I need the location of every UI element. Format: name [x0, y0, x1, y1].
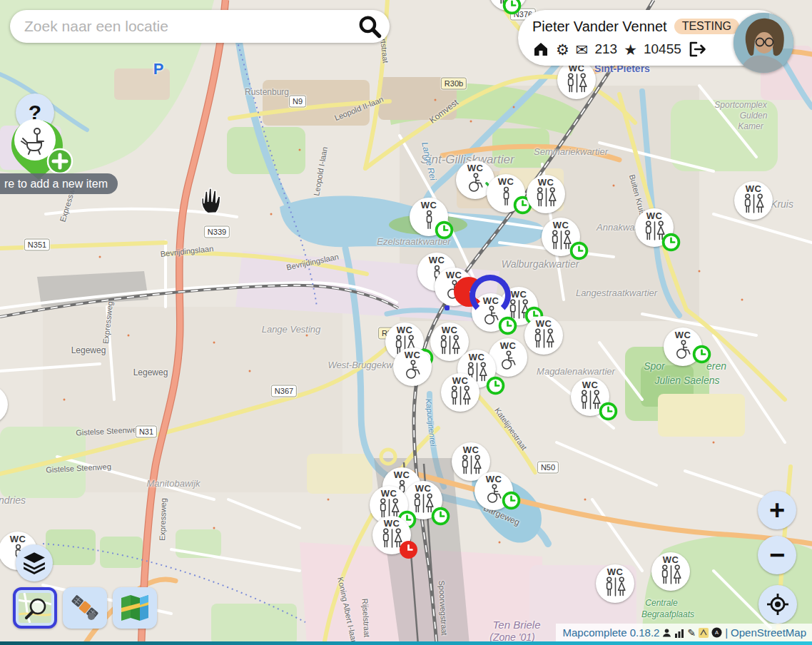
wc-marker-label: WC	[746, 184, 762, 193]
wc-marker-label: WC	[452, 376, 469, 385]
theme-logo-icon[interactable]	[699, 628, 709, 638]
wc-marker-label: WC	[421, 200, 437, 210]
opening-hours-badge	[435, 220, 454, 240]
add-item-tooltip-text: re to add a new item	[4, 178, 108, 191]
zoom-in-label: +	[769, 497, 785, 524]
wc-marker-label: WC	[538, 178, 554, 187]
wc-marker-label: WC	[536, 319, 552, 328]
messages-count[interactable]: 213	[594, 41, 617, 57]
wc-marker-label: WC	[394, 470, 410, 479]
opening-hours-badge	[498, 316, 517, 335]
wc-marker-label: WC	[500, 341, 517, 350]
statistics-chart-icon[interactable]	[674, 628, 684, 638]
wc-marker[interactable]: WC	[441, 373, 479, 412]
zoom-out-label: −	[769, 542, 785, 569]
wc-marker[interactable]: WC	[596, 564, 634, 603]
add-new-item-pin[interactable]	[6, 114, 77, 183]
wc-marker-label: WC	[10, 534, 26, 544]
wc-marker-label: WC	[646, 211, 663, 220]
opening-hours-badge	[399, 540, 418, 559]
search-bar	[10, 10, 390, 43]
user-stats-icon[interactable]	[662, 628, 671, 638]
zoom-out-button[interactable]: −	[758, 536, 796, 574]
attribution-bar: Mapcomplete 0.18.2 ✎ A | OpenStreetMap	[556, 624, 812, 641]
basemap-style-osm-button[interactable]	[13, 587, 57, 629]
road-ref-badge: N367	[271, 385, 297, 397]
wc-marker[interactable]: WC	[651, 552, 690, 591]
search-icon[interactable]	[357, 14, 382, 39]
basemap-style-satellite-button[interactable]	[63, 587, 107, 629]
wc-marker-label: WC	[607, 567, 624, 577]
wc-marker-label: WC	[511, 290, 527, 299]
wc-marker-label: WC	[553, 220, 569, 230]
road-ref-badge: N50	[537, 462, 559, 474]
layers-button[interactable]	[16, 544, 53, 581]
wc-marker[interactable]: WC	[393, 347, 432, 386]
attribution-separator: |	[725, 626, 728, 639]
wc-marker-label: WC	[675, 330, 691, 340]
bottom-theme-bar	[0, 641, 812, 645]
mapcomplete-app: Brugge-Sint-PietersRustenburgSportcomple…	[0, 0, 812, 645]
osm-map-icon	[19, 593, 51, 623]
wc-marker[interactable]: WC	[557, 61, 596, 99]
hand-cursor-icon	[197, 187, 223, 214]
satellite-icon	[69, 593, 101, 623]
zoom-in-button[interactable]: +	[758, 491, 796, 529]
opening-hours-badge	[599, 402, 618, 421]
road-ref-badge: N351	[24, 239, 50, 251]
wc-marker-label: WC	[442, 325, 458, 335]
geolocation-crosshair-icon	[766, 592, 790, 616]
testing-badge: TESTING	[674, 19, 739, 34]
wc-marker[interactable]: WC	[734, 181, 773, 220]
wc-marker-label: WC	[469, 352, 485, 362]
svg-text:A: A	[715, 629, 719, 636]
edit-pencil-icon[interactable]: ✎	[687, 627, 696, 639]
wc-marker-label: WC	[429, 255, 445, 265]
opening-hours-badge	[431, 507, 450, 526]
geolocate-button[interactable]	[758, 585, 797, 624]
folded-map-icon	[120, 594, 150, 622]
wc-marker-label: WC	[463, 445, 479, 454]
osm-dark-icon[interactable]: A	[711, 627, 722, 638]
wc-marker-label: WC	[446, 270, 462, 280]
wc-marker-label: WC	[405, 350, 421, 360]
wc-marker[interactable]: WC	[527, 175, 565, 213]
openstreetmap-link[interactable]: OpenStreetMap	[731, 626, 806, 639]
mapcomplete-version-link[interactable]: Mapcomplete 0.18.2	[563, 626, 660, 639]
search-input[interactable]	[23, 17, 357, 36]
wc-marker-label: WC	[381, 489, 397, 498]
changesets-star-icon[interactable]: ★	[624, 42, 637, 57]
road-ref-badge: R30b	[441, 78, 467, 90]
road-ref-badge: N9	[289, 96, 306, 108]
opening-hours-badge	[502, 491, 521, 510]
wc-marker-label: WC	[663, 555, 679, 564]
opening-hours-badge	[569, 241, 589, 260]
opening-hours-badge	[661, 233, 681, 252]
add-item-tooltip: re to add a new item	[0, 173, 118, 194]
settings-gear-icon[interactable]: ⚙	[556, 42, 569, 57]
wc-marker-label: WC	[582, 380, 599, 390]
wc-marker-label: WC	[415, 484, 432, 493]
wc-marker-label: WC	[467, 163, 484, 173]
basemap-style-map-button[interactable]	[113, 587, 157, 629]
wc-marker-label: WC	[397, 325, 413, 335]
blue-arc-marker	[470, 275, 511, 316]
user-name[interactable]: Pieter Vander Vennet	[532, 19, 667, 35]
wc-marker[interactable]: WC	[524, 316, 563, 355]
blue-dot-marker	[445, 305, 450, 310]
opening-hours-badge	[692, 345, 711, 364]
opening-hours-badge	[486, 376, 505, 395]
wc-marker-label: WC	[384, 519, 400, 528]
home-icon[interactable]	[532, 41, 549, 58]
road-ref-badge: N339	[204, 226, 230, 238]
avatar[interactable]	[734, 13, 793, 73]
wc-marker-label: WC	[486, 474, 502, 484]
changesets-count[interactable]: 10455	[644, 41, 681, 57]
messages-envelope-icon[interactable]: ✉	[576, 42, 589, 57]
wc-marker-label: WC	[498, 177, 514, 186]
opening-hours-badge	[502, 0, 522, 15]
layers-icon	[22, 552, 46, 574]
road-ref-badge: N31	[136, 426, 157, 438]
logout-icon[interactable]	[688, 41, 706, 58]
